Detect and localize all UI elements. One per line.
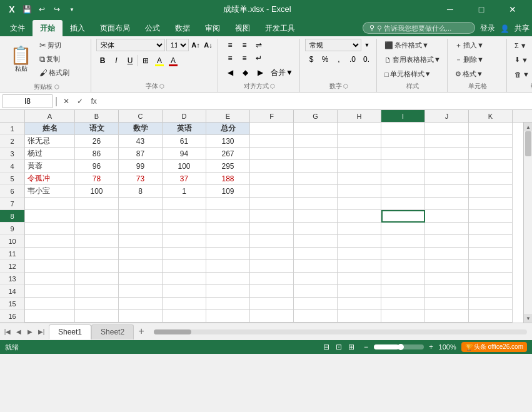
cell-e15[interactable]: [206, 298, 250, 310]
cell-h12[interactable]: [338, 260, 381, 273]
cell-c13[interactable]: [119, 273, 163, 285]
cut-btn[interactable]: ✂ 剪切: [37, 39, 87, 52]
decrease-decimal-btn[interactable]: 0.: [360, 53, 373, 66]
col-header-f[interactable]: F: [250, 110, 294, 122]
row-num-4[interactable]: 4: [0, 160, 24, 173]
delete-btn[interactable]: － 删除▼: [453, 53, 503, 66]
cell-d15[interactable]: [163, 298, 206, 310]
increase-decimal-btn[interactable]: .0: [346, 53, 359, 66]
cell-h10[interactable]: [338, 235, 381, 248]
cell-g12[interactable]: [294, 260, 338, 273]
cell-d9[interactable]: [163, 223, 206, 235]
cell-h7[interactable]: [338, 198, 381, 210]
cell-e12[interactable]: [206, 260, 250, 273]
sheet-nav-last-btn[interactable]: ▶|: [36, 327, 46, 337]
scroll-up-btn[interactable]: ▲: [524, 123, 532, 131]
cell-e6[interactable]: 109: [206, 185, 250, 198]
cell-a14[interactable]: [25, 285, 75, 298]
tab-developer[interactable]: 开发工具: [258, 20, 303, 36]
row-num-9[interactable]: 9: [0, 223, 24, 235]
cell-h16[interactable]: [338, 310, 381, 323]
cell-h5[interactable]: [338, 173, 381, 185]
cell-j11[interactable]: [425, 248, 469, 260]
font-size-select[interactable]: 11: [166, 39, 189, 51]
sheet-tab-2[interactable]: Sheet2: [91, 324, 134, 339]
cell-e10[interactable]: [206, 235, 250, 248]
tab-home[interactable]: 开始: [33, 20, 63, 36]
cell-c4[interactable]: 99: [119, 160, 163, 173]
cell-a1[interactable]: 姓名: [25, 123, 75, 135]
sheet-nav-prev-btn[interactable]: ◀: [14, 327, 24, 337]
cell-e3[interactable]: 267: [206, 148, 250, 160]
cell-i14[interactable]: [381, 285, 425, 298]
cell-i4[interactable]: [381, 160, 425, 173]
cell-b9[interactable]: [75, 223, 119, 235]
row-num-6[interactable]: 6: [0, 185, 24, 198]
conditional-format-btn[interactable]: ⬛ 条件格式▼: [382, 39, 432, 52]
tab-data[interactable]: 数据: [168, 20, 198, 36]
align-left-btn[interactable]: ◀: [223, 66, 237, 79]
cell-b3[interactable]: 86: [75, 148, 119, 160]
cell-f10[interactable]: [250, 235, 294, 248]
login-btn[interactable]: 登录: [480, 23, 495, 34]
cell-i15[interactable]: [381, 298, 425, 310]
cell-g3[interactable]: [294, 148, 338, 160]
cell-f16[interactable]: [250, 310, 294, 323]
cell-k3[interactable]: [469, 148, 513, 160]
cell-j9[interactable]: [425, 223, 469, 235]
cell-c8[interactable]: [119, 210, 163, 223]
cell-g11[interactable]: [294, 248, 338, 260]
redo-btn[interactable]: ↪: [50, 3, 64, 16]
undo-btn[interactable]: ↩: [35, 3, 49, 16]
h-scrollbar[interactable]: [154, 329, 527, 334]
col-header-k[interactable]: K: [469, 110, 513, 122]
row-num-3[interactable]: 3: [0, 148, 24, 160]
cell-e13[interactable]: [206, 273, 250, 285]
cell-j5[interactable]: [425, 173, 469, 185]
cell-j2[interactable]: [425, 135, 469, 148]
scroll-down-btn[interactable]: ▼: [524, 314, 532, 323]
fill-color-btn[interactable]: A: [153, 54, 166, 67]
row-num-13[interactable]: 13: [0, 273, 24, 285]
col-header-i[interactable]: I: [381, 110, 425, 122]
font-decrease-btn[interactable]: A↓: [203, 39, 214, 51]
align-center-btn[interactable]: ◆: [238, 66, 252, 79]
tab-formulas[interactable]: 公式: [138, 20, 168, 36]
cell-f7[interactable]: [250, 198, 294, 210]
zoom-out-btn[interactable]: −: [361, 342, 371, 352]
cell-k13[interactable]: [469, 273, 513, 285]
cell-g1[interactable]: [294, 123, 338, 135]
cell-g4[interactable]: [294, 160, 338, 173]
save-quick-btn[interactable]: 💾: [20, 3, 34, 16]
cell-k5[interactable]: [469, 173, 513, 185]
cell-k12[interactable]: [469, 260, 513, 273]
col-header-h[interactable]: H: [338, 110, 381, 122]
cell-i7[interactable]: [381, 198, 425, 210]
tab-insert[interactable]: 插入: [63, 20, 93, 36]
page-break-view-btn[interactable]: ⊞: [346, 342, 356, 352]
h-scroll-thumb[interactable]: [154, 329, 191, 334]
cell-g14[interactable]: [294, 285, 338, 298]
row-num-10[interactable]: 10: [0, 235, 24, 248]
paste-btn[interactable]: 📋 粘贴: [6, 39, 36, 81]
cell-c9[interactable]: [119, 223, 163, 235]
tab-review[interactable]: 审阅: [198, 20, 228, 36]
currency-btn[interactable]: $: [305, 53, 318, 66]
col-header-a[interactable]: A: [25, 110, 75, 122]
cell-c15[interactable]: [119, 298, 163, 310]
copy-btn[interactable]: ⧉ 复制: [37, 53, 87, 66]
cell-e1[interactable]: 总分: [206, 123, 250, 135]
cell-e9[interactable]: [206, 223, 250, 235]
cell-k8[interactable]: [469, 210, 513, 223]
cell-i8[interactable]: [381, 210, 425, 223]
cell-j14[interactable]: [425, 285, 469, 298]
cell-i10[interactable]: [381, 235, 425, 248]
font-color-btn[interactable]: A: [167, 54, 179, 67]
cell-k1[interactable]: [469, 123, 513, 135]
tab-page-layout[interactable]: 页面布局: [93, 20, 138, 36]
cell-d6[interactable]: 1: [163, 185, 206, 198]
comma-btn[interactable]: ,: [333, 53, 345, 66]
cell-c2[interactable]: 43: [119, 135, 163, 148]
cell-d4[interactable]: 100: [163, 160, 206, 173]
merge-center-btn[interactable]: 合并▼: [268, 66, 296, 79]
